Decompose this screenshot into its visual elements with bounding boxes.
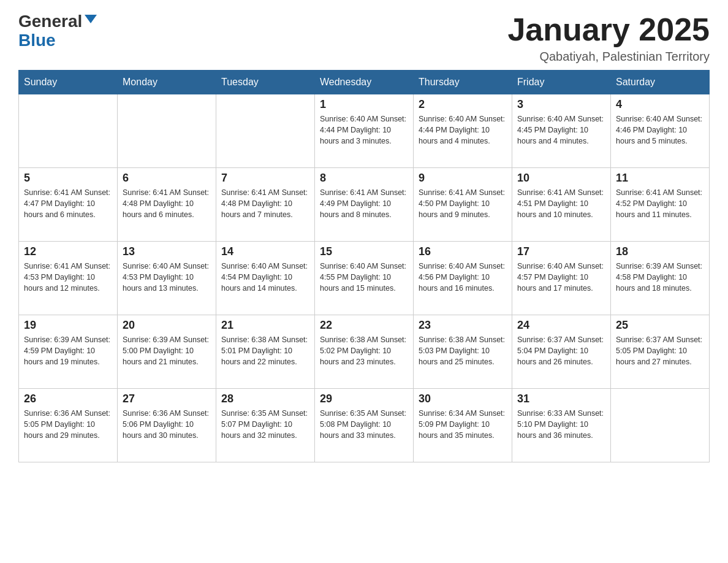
calendar-day-cell: 27Sunrise: 6:36 AM Sunset: 5:06 PM Dayli… <box>118 389 216 462</box>
calendar-day-cell: 21Sunrise: 6:38 AM Sunset: 5:01 PM Dayli… <box>216 315 315 389</box>
day-info: Sunrise: 6:37 AM Sunset: 5:04 PM Dayligh… <box>517 334 605 367</box>
calendar-empty-cell <box>19 94 118 168</box>
weekday-header-thursday: Thursday <box>414 71 512 94</box>
day-number: 16 <box>419 245 507 258</box>
day-info: Sunrise: 6:41 AM Sunset: 4:48 PM Dayligh… <box>221 187 309 220</box>
day-info: Sunrise: 6:35 AM Sunset: 5:07 PM Dayligh… <box>221 408 309 441</box>
logo-triangle-icon <box>85 15 97 23</box>
day-info: Sunrise: 6:40 AM Sunset: 4:44 PM Dayligh… <box>320 113 408 147</box>
calendar-day-cell: 13Sunrise: 6:40 AM Sunset: 4:53 PM Dayli… <box>118 242 216 315</box>
day-info: Sunrise: 6:40 AM Sunset: 4:56 PM Dayligh… <box>419 261 507 294</box>
calendar-day-cell: 26Sunrise: 6:36 AM Sunset: 5:05 PM Dayli… <box>19 389 118 462</box>
day-info: Sunrise: 6:36 AM Sunset: 5:06 PM Dayligh… <box>123 408 211 441</box>
calendar-day-cell: 5Sunrise: 6:41 AM Sunset: 4:47 PM Daylig… <box>19 168 118 242</box>
day-number: 10 <box>517 172 605 185</box>
day-number: 6 <box>123 172 211 185</box>
day-info: Sunrise: 6:40 AM Sunset: 4:44 PM Dayligh… <box>419 113 507 147</box>
calendar-day-cell: 20Sunrise: 6:39 AM Sunset: 5:00 PM Dayli… <box>118 315 216 389</box>
day-number: 29 <box>320 393 408 405</box>
calendar-day-cell: 10Sunrise: 6:41 AM Sunset: 4:51 PM Dayli… <box>512 168 611 242</box>
calendar-day-cell: 25Sunrise: 6:37 AM Sunset: 5:05 PM Dayli… <box>611 315 710 389</box>
calendar-day-cell: 16Sunrise: 6:40 AM Sunset: 4:56 PM Dayli… <box>414 242 512 315</box>
calendar-day-cell: 12Sunrise: 6:41 AM Sunset: 4:53 PM Dayli… <box>19 242 118 315</box>
calendar-day-cell: 22Sunrise: 6:38 AM Sunset: 5:02 PM Dayli… <box>315 315 414 389</box>
calendar-day-cell: 1Sunrise: 6:40 AM Sunset: 4:44 PM Daylig… <box>315 94 414 168</box>
day-info: Sunrise: 6:38 AM Sunset: 5:03 PM Dayligh… <box>419 334 507 367</box>
day-number: 15 <box>320 245 408 258</box>
calendar-week-row: 1Sunrise: 6:40 AM Sunset: 4:44 PM Daylig… <box>19 94 710 168</box>
calendar-day-cell: 2Sunrise: 6:40 AM Sunset: 4:44 PM Daylig… <box>414 94 512 168</box>
day-info: Sunrise: 6:39 AM Sunset: 4:58 PM Dayligh… <box>616 261 704 294</box>
calendar-day-cell: 14Sunrise: 6:40 AM Sunset: 4:54 PM Dayli… <box>216 242 315 315</box>
day-number: 21 <box>221 319 309 332</box>
day-number: 27 <box>123 393 211 405</box>
day-info: Sunrise: 6:38 AM Sunset: 5:02 PM Dayligh… <box>320 334 408 367</box>
logo: General Blue <box>18 12 97 50</box>
day-number: 8 <box>320 172 408 185</box>
calendar-empty-cell <box>611 389 710 462</box>
day-number: 7 <box>221 172 309 185</box>
calendar-day-cell: 28Sunrise: 6:35 AM Sunset: 5:07 PM Dayli… <box>216 389 315 462</box>
day-info: Sunrise: 6:38 AM Sunset: 5:01 PM Dayligh… <box>221 334 309 367</box>
day-info: Sunrise: 6:41 AM Sunset: 4:47 PM Dayligh… <box>24 187 112 220</box>
calendar-day-cell: 31Sunrise: 6:33 AM Sunset: 5:10 PM Dayli… <box>512 389 611 462</box>
day-number: 19 <box>24 319 112 332</box>
day-info: Sunrise: 6:34 AM Sunset: 5:09 PM Dayligh… <box>419 408 507 441</box>
day-info: Sunrise: 6:40 AM Sunset: 4:57 PM Dayligh… <box>517 261 605 294</box>
weekday-header-monday: Monday <box>118 71 216 94</box>
day-number: 4 <box>616 98 704 111</box>
calendar-day-cell: 17Sunrise: 6:40 AM Sunset: 4:57 PM Dayli… <box>512 242 611 315</box>
calendar-day-cell: 8Sunrise: 6:41 AM Sunset: 4:49 PM Daylig… <box>315 168 414 242</box>
weekday-header-friday: Friday <box>512 71 611 94</box>
day-number: 24 <box>517 319 605 332</box>
day-number: 5 <box>24 172 112 185</box>
logo-blue: Blue <box>18 31 56 50</box>
day-info: Sunrise: 6:41 AM Sunset: 4:50 PM Dayligh… <box>419 187 507 220</box>
calendar-day-cell: 7Sunrise: 6:41 AM Sunset: 4:48 PM Daylig… <box>216 168 315 242</box>
day-info: Sunrise: 6:36 AM Sunset: 5:05 PM Dayligh… <box>24 408 112 441</box>
calendar-day-cell: 9Sunrise: 6:41 AM Sunset: 4:50 PM Daylig… <box>414 168 512 242</box>
weekday-header-row: SundayMondayTuesdayWednesdayThursdayFrid… <box>19 71 710 94</box>
calendar-week-row: 26Sunrise: 6:36 AM Sunset: 5:05 PM Dayli… <box>19 389 710 462</box>
day-info: Sunrise: 6:33 AM Sunset: 5:10 PM Dayligh… <box>517 408 605 441</box>
calendar-day-cell: 11Sunrise: 6:41 AM Sunset: 4:52 PM Dayli… <box>611 168 710 242</box>
day-info: Sunrise: 6:41 AM Sunset: 4:48 PM Dayligh… <box>123 187 211 220</box>
day-info: Sunrise: 6:40 AM Sunset: 4:46 PM Dayligh… <box>616 113 704 147</box>
day-info: Sunrise: 6:40 AM Sunset: 4:55 PM Dayligh… <box>320 261 408 294</box>
day-number: 12 <box>24 245 112 258</box>
calendar-day-cell: 30Sunrise: 6:34 AM Sunset: 5:09 PM Dayli… <box>414 389 512 462</box>
calendar-day-cell: 15Sunrise: 6:40 AM Sunset: 4:55 PM Dayli… <box>315 242 414 315</box>
page-header: General Blue January 2025 Qabatiyah, Pal… <box>18 12 710 64</box>
day-number: 2 <box>419 98 507 111</box>
day-info: Sunrise: 6:41 AM Sunset: 4:49 PM Dayligh… <box>320 187 408 220</box>
calendar-day-cell: 18Sunrise: 6:39 AM Sunset: 4:58 PM Dayli… <box>611 242 710 315</box>
day-number: 26 <box>24 393 112 405</box>
weekday-header-saturday: Saturday <box>611 71 710 94</box>
day-info: Sunrise: 6:41 AM Sunset: 4:52 PM Dayligh… <box>616 187 704 220</box>
calendar-empty-cell <box>216 94 315 168</box>
calendar-day-cell: 24Sunrise: 6:37 AM Sunset: 5:04 PM Dayli… <box>512 315 611 389</box>
day-number: 28 <box>221 393 309 405</box>
calendar-week-row: 19Sunrise: 6:39 AM Sunset: 4:59 PM Dayli… <box>19 315 710 389</box>
calendar-day-cell: 3Sunrise: 6:40 AM Sunset: 4:45 PM Daylig… <box>512 94 611 168</box>
day-number: 17 <box>517 245 605 258</box>
calendar-day-cell: 19Sunrise: 6:39 AM Sunset: 4:59 PM Dayli… <box>19 315 118 389</box>
day-number: 18 <box>616 245 704 258</box>
day-info: Sunrise: 6:35 AM Sunset: 5:08 PM Dayligh… <box>320 408 408 441</box>
day-info: Sunrise: 6:40 AM Sunset: 4:45 PM Dayligh… <box>517 113 605 147</box>
calendar-week-row: 12Sunrise: 6:41 AM Sunset: 4:53 PM Dayli… <box>19 242 710 315</box>
day-info: Sunrise: 6:39 AM Sunset: 4:59 PM Dayligh… <box>24 334 112 367</box>
day-number: 22 <box>320 319 408 332</box>
day-number: 9 <box>419 172 507 185</box>
weekday-header-wednesday: Wednesday <box>315 71 414 94</box>
weekday-header-tuesday: Tuesday <box>216 71 315 94</box>
day-info: Sunrise: 6:41 AM Sunset: 4:51 PM Dayligh… <box>517 187 605 220</box>
day-number: 30 <box>419 393 507 405</box>
title-section: January 2025 Qabatiyah, Palestinian Terr… <box>507 12 710 64</box>
day-info: Sunrise: 6:40 AM Sunset: 4:53 PM Dayligh… <box>123 261 211 294</box>
day-number: 20 <box>123 319 211 332</box>
calendar-empty-cell <box>118 94 216 168</box>
day-number: 14 <box>221 245 309 258</box>
day-number: 13 <box>123 245 211 258</box>
day-number: 3 <box>517 98 605 111</box>
